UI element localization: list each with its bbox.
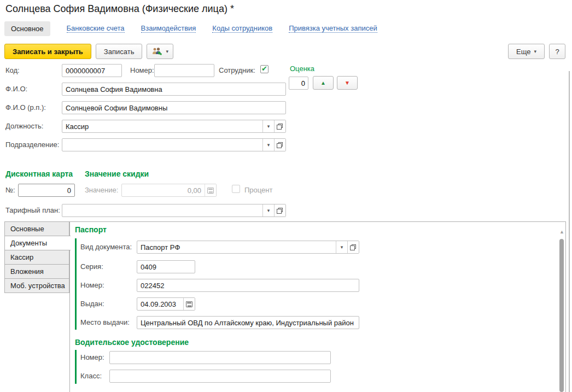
doc-type-open-button[interactable] <box>347 241 359 253</box>
page-title: Солнцева София Вадимовна (Физические лиц… <box>5 3 234 15</box>
calculator-icon <box>207 188 214 194</box>
open-link-icon <box>278 142 283 147</box>
rating-up-button[interactable]: ▲ <box>313 76 334 90</box>
series-field[interactable] <box>137 260 195 273</box>
save-button[interactable]: Записать <box>96 44 143 59</box>
employee-label: Сотрудник: <box>219 66 255 74</box>
department-field[interactable] <box>62 139 262 151</box>
issued-date-field[interactable] <box>137 298 183 310</box>
fio-genitive-field[interactable] <box>62 101 286 114</box>
department-open-button[interactable] <box>274 139 285 151</box>
down-arrow-icon: ▼ <box>345 80 350 86</box>
save-label: Записать <box>104 48 135 56</box>
passport-header: Паспорт <box>75 225 107 234</box>
toolbar-right-group: Еще ▾ ? <box>508 44 565 59</box>
more-label: Еще <box>516 48 530 56</box>
doc-type-combo: ▾ <box>137 241 359 254</box>
position-field[interactable] <box>62 120 262 132</box>
discount-value-header: Значение скидки <box>85 169 149 178</box>
panel-scroll-up-arrow[interactable]: ▲ <box>559 229 564 235</box>
person-card-window: Солнцева София Вадимовна (Физические лиц… <box>0 0 572 392</box>
issued-label: Выдан: <box>80 300 104 308</box>
discount-value-field[interactable] <box>122 184 205 196</box>
chevron-down-icon: ▾ <box>341 245 343 250</box>
fio-genitive-label: Ф.И.О (р.п.): <box>5 103 46 112</box>
employee-checkbox[interactable]: ✔ <box>260 65 269 73</box>
save-and-close-button[interactable]: Записать и закрыть <box>4 44 91 59</box>
department-dropdown-button[interactable]: ▾ <box>262 139 274 151</box>
tariff-dropdown-button[interactable]: ▾ <box>262 204 274 217</box>
passport-accent-bar <box>75 238 77 330</box>
side-tab-main[interactable]: Основные <box>4 221 69 236</box>
position-label: Должность: <box>5 122 43 130</box>
calendar-icon <box>186 301 192 307</box>
nav-link-interactions[interactable]: Взаимодействия <box>141 24 196 33</box>
number-label: Номер: <box>130 66 154 74</box>
side-tab-documents[interactable]: Документы <box>4 236 71 250</box>
issue-place-field[interactable] <box>137 316 359 329</box>
percent-checkbox[interactable] <box>232 185 240 193</box>
license-class-label: Класс: <box>80 372 102 380</box>
license-number-field[interactable] <box>109 351 331 364</box>
fio-field[interactable] <box>62 83 286 96</box>
rating-field[interactable] <box>289 77 308 90</box>
card-no-field[interactable] <box>18 184 75 197</box>
open-link-icon <box>278 208 283 212</box>
side-tab-mobile-devices[interactable]: Моб. устройства <box>4 278 69 293</box>
department-label: Подразделение: <box>5 141 59 149</box>
save-and-close-label: Записать и закрыть <box>13 48 83 56</box>
chevron-down-icon: ▾ <box>267 124 270 129</box>
code-field[interactable] <box>62 64 122 77</box>
tariff-label: Тарифный план: <box>5 206 60 214</box>
help-label: ? <box>555 48 559 56</box>
fio-label: Ф.И.О: <box>5 85 27 93</box>
position-dropdown-button[interactable]: ▾ <box>262 120 274 132</box>
more-button[interactable]: Еще ▾ <box>508 44 545 59</box>
open-link-icon <box>352 244 356 249</box>
help-button[interactable]: ? <box>549 44 565 59</box>
side-tab-cashier[interactable]: Кассир <box>4 250 69 265</box>
window-scrollbar[interactable] <box>569 71 570 392</box>
panel-scrollbar-thumb[interactable] <box>559 239 564 392</box>
rating-label: Оценка <box>290 65 314 73</box>
doc-type-dropdown-button[interactable]: ▾ <box>336 241 347 253</box>
nav-link-bank-accounts[interactable]: Банковские счета <box>67 24 125 33</box>
chevron-down-icon: ▾ <box>166 49 168 54</box>
number-field[interactable] <box>154 64 214 77</box>
department-combo: ▾ <box>62 138 286 151</box>
issued-date-calendar-button[interactable] <box>183 298 195 310</box>
discount-calculator-button[interactable] <box>205 184 216 196</box>
toolbar: Записать и закрыть Записать ▾ <box>4 44 568 60</box>
side-tab-attachments[interactable]: Вложения <box>4 264 69 279</box>
doc-type-field[interactable] <box>137 241 336 253</box>
rating-down-button[interactable]: ▼ <box>337 76 358 90</box>
license-class-field[interactable] <box>109 370 331 383</box>
discount-value-combo <box>121 184 217 197</box>
tariff-combo: ▾ <box>62 204 286 217</box>
card-no-label: №: <box>5 186 15 194</box>
position-open-button[interactable] <box>274 120 285 132</box>
issue-place-label: Место выдачи: <box>80 318 130 326</box>
discount-value-label: Значение: <box>85 186 118 194</box>
nav-link-employee-codes[interactable]: Коды сотрудников <box>212 24 272 33</box>
chevron-down-icon: ▾ <box>534 49 536 54</box>
code-label: Код: <box>5 66 20 74</box>
percent-label: Процент <box>244 186 272 194</box>
passport-number-field[interactable] <box>137 279 359 292</box>
open-link-icon <box>278 124 283 128</box>
license-accent-bar <box>75 350 77 384</box>
toolbar-left-group: Записать и закрыть Записать ▾ <box>4 44 173 59</box>
nav-tabs: Основное Банковские счета Взаимодействия… <box>4 21 377 36</box>
nav-tab-main[interactable]: Основное <box>4 21 50 36</box>
tariff-field[interactable] <box>62 204 262 217</box>
create-user-split-button[interactable]: ▾ <box>147 44 173 59</box>
tariff-open-button[interactable] <box>274 204 285 217</box>
doc-type-label: Вид документа: <box>80 243 132 251</box>
up-arrow-icon: ▲ <box>320 80 326 86</box>
license-header: Водительское удостоверение <box>75 338 189 347</box>
passport-number-label: Номер: <box>80 281 104 289</box>
position-combo: ▾ <box>62 120 286 133</box>
series-label: Серия: <box>80 262 103 271</box>
chevron-down-icon: ▾ <box>267 208 270 213</box>
nav-link-account-binding[interactable]: Привязка учетных записей <box>289 24 377 33</box>
